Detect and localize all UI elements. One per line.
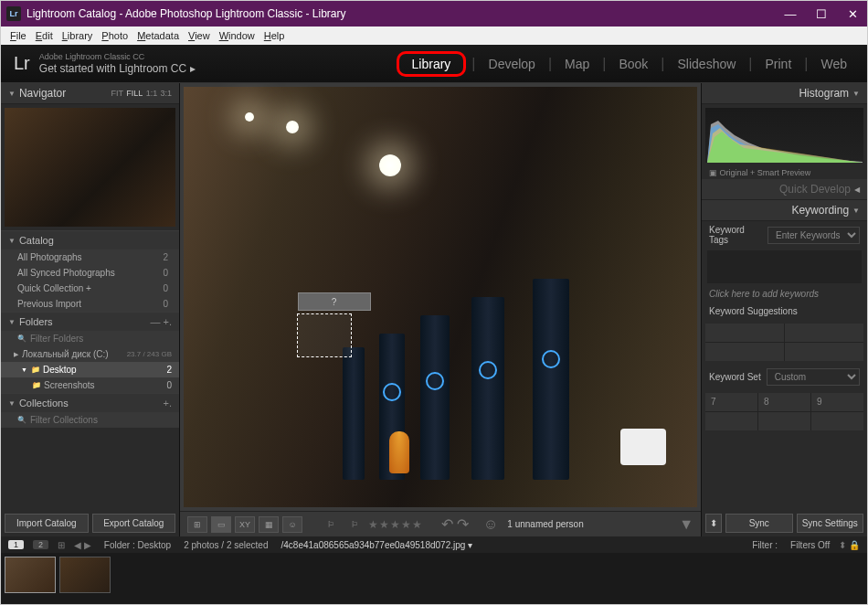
catalog-prev-import[interactable]: Previous Import0 bbox=[1, 296, 179, 312]
monitor-2[interactable]: 2 bbox=[33, 540, 48, 549]
nav-3-1[interactable]: 3:1 bbox=[160, 89, 172, 98]
get-started-link[interactable]: Get started with Lightroom CC ▸ bbox=[39, 62, 196, 75]
module-book[interactable]: Book bbox=[611, 53, 655, 75]
menu-window[interactable]: Window bbox=[216, 28, 259, 43]
module-picker-bar: Lr Adobe Lightroom Classic CC Get starte… bbox=[1, 45, 867, 83]
nav-1-1[interactable]: 1:1 bbox=[146, 89, 158, 98]
folder-desktop[interactable]: ▼ 📁 Desktop 2 bbox=[1, 362, 179, 377]
grid-small-icon[interactable]: ⊞ bbox=[58, 540, 65, 550]
catalog-synced[interactable]: All Synced Photographs0 bbox=[1, 265, 179, 281]
chevron-left-icon: ◀ bbox=[854, 186, 860, 194]
folder-icon: 📁 bbox=[31, 366, 40, 374]
menu-photo[interactable]: Photo bbox=[98, 28, 132, 43]
nav-fit[interactable]: FIT bbox=[111, 89, 123, 98]
module-web[interactable]: Web bbox=[813, 53, 854, 75]
collections-title: Collections bbox=[19, 398, 69, 409]
menu-bar: File Edit Library Photo Metadata View Wi… bbox=[1, 27, 867, 45]
filmstrip: 1 2 ⊞ ◀ ▶ Folder : Desktop 2 photos / 2 … bbox=[1, 536, 867, 604]
folders-header[interactable]: ▼ Folders — +. bbox=[1, 312, 179, 331]
sync-settings-button[interactable]: Sync Settings bbox=[797, 514, 864, 533]
menu-library[interactable]: Library bbox=[58, 28, 97, 43]
catalog-header[interactable]: ▼ Catalog bbox=[1, 230, 179, 249]
main-image-view[interactable]: ? bbox=[180, 83, 701, 511]
selection-count: 2 photos / 2 selected bbox=[184, 540, 268, 550]
module-print[interactable]: Print bbox=[758, 53, 799, 75]
minimize-button[interactable]: — bbox=[781, 5, 799, 23]
right-panel: Histogram ▼ ▣ Original + Smart Preview Q… bbox=[701, 83, 867, 536]
folders-add-icon[interactable]: — +. bbox=[150, 316, 172, 327]
module-library[interactable]: Library bbox=[405, 53, 459, 75]
import-catalog-button[interactable]: Import Catalog bbox=[5, 514, 89, 533]
collections-header[interactable]: ▼ Collections +. bbox=[1, 393, 179, 412]
sync-button[interactable]: Sync bbox=[725, 514, 793, 533]
face-tag-icon[interactable]: ☺ bbox=[483, 516, 498, 533]
menu-metadata[interactable]: Metadata bbox=[133, 28, 183, 43]
catalog-all-photos[interactable]: All Photographs2 bbox=[1, 249, 179, 265]
catalog-quick[interactable]: Quick Collection +0 bbox=[1, 281, 179, 296]
histogram-header[interactable]: Histogram ▼ bbox=[702, 83, 867, 104]
search-icon: 🔍 bbox=[17, 416, 26, 424]
menu-help[interactable]: Help bbox=[260, 28, 289, 43]
histogram-title: Histogram bbox=[799, 87, 849, 100]
keyword-suggestions-label: Keyword Suggestions bbox=[702, 302, 867, 320]
export-catalog-button[interactable]: Export Catalog bbox=[92, 514, 176, 533]
maximize-button[interactable]: ☐ bbox=[812, 5, 831, 23]
folders-title: Folders bbox=[19, 316, 53, 327]
sync-toggle-icon[interactable]: ⬍ bbox=[705, 514, 722, 533]
flag-pick-icon[interactable]: ⚐ bbox=[321, 516, 341, 533]
keywording-header[interactable]: Keywording ▼ bbox=[702, 200, 867, 221]
keyword-set-select[interactable]: Custom bbox=[767, 368, 860, 386]
app-logo: Lr bbox=[14, 53, 30, 74]
navigator-preview[interactable] bbox=[5, 108, 175, 227]
keyword-set-grid: 7 8 9 bbox=[705, 393, 863, 430]
menu-view[interactable]: View bbox=[185, 28, 214, 43]
app-icon: Lr bbox=[6, 6, 21, 21]
module-develop[interactable]: Develop bbox=[482, 53, 543, 75]
keyword-set-label: Keyword Set bbox=[709, 372, 761, 382]
survey-view-icon[interactable]: ▦ bbox=[259, 516, 279, 533]
folder-disk[interactable]: ▶ Локальный диск (C:) 23.7 / 243 GB bbox=[1, 346, 179, 362]
filter-lock-icon[interactable]: ⬍ 🔒 bbox=[839, 540, 860, 550]
nav-back-icon[interactable]: ◀ ▶ bbox=[74, 540, 91, 550]
thumbnail-2[interactable] bbox=[59, 557, 111, 593]
folder-icon: 📁 bbox=[32, 381, 41, 389]
loupe-view-icon[interactable]: ▭ bbox=[211, 516, 231, 533]
face-tooltip[interactable]: ? bbox=[298, 292, 371, 311]
filters-off[interactable]: Filters Off bbox=[790, 540, 830, 550]
module-slideshow[interactable]: Slideshow bbox=[671, 53, 744, 75]
collections-add-icon[interactable]: +. bbox=[164, 398, 172, 409]
toolbar-menu-icon[interactable]: ▼ bbox=[679, 516, 693, 533]
thumbnail-1[interactable] bbox=[5, 557, 56, 593]
chevron-down-icon: ▼ bbox=[21, 366, 27, 373]
flag-reject-icon[interactable]: ⚐ bbox=[344, 516, 365, 533]
quick-develop-header[interactable]: Quick Develop ◀ bbox=[702, 179, 867, 200]
module-map[interactable]: Map bbox=[557, 53, 597, 75]
keyword-tags-select[interactable]: Enter Keywords bbox=[767, 227, 860, 244]
histogram-label: ▣ Original + Smart Preview bbox=[702, 166, 867, 179]
brand-subtitle: Adobe Lightroom Classic CC bbox=[39, 52, 196, 62]
unnamed-person-label[interactable]: 1 unnamed person bbox=[507, 519, 583, 529]
menu-file[interactable]: File bbox=[6, 28, 30, 43]
folder-screenshots[interactable]: 📁 Screenshots 0 bbox=[1, 377, 179, 393]
nav-fill[interactable]: FILL bbox=[126, 89, 143, 98]
quick-develop-title: Quick Develop bbox=[779, 183, 851, 196]
face-detection-box[interactable]: ? bbox=[297, 313, 352, 357]
current-filename: /4c8e41a086565a934b77ee0a49518d072.jpg ▾ bbox=[281, 540, 472, 550]
left-panel: ▼ Navigator FIT FILL 1:1 3:1 ▼ Catalog A… bbox=[1, 83, 180, 536]
close-button[interactable]: ✕ bbox=[843, 5, 862, 23]
add-keywords-placeholder[interactable]: Click here to add keywords bbox=[702, 285, 867, 302]
rotate-left-icon[interactable]: ↶ bbox=[441, 515, 453, 533]
filter-folders[interactable]: 🔍 Filter Folders bbox=[1, 331, 179, 346]
navigator-title: Navigator bbox=[19, 87, 66, 100]
filter-collections[interactable]: 🔍 Filter Collections bbox=[1, 412, 179, 428]
navigator-header[interactable]: ▼ Navigator FIT FILL 1:1 3:1 bbox=[1, 83, 179, 104]
folder-breadcrumb[interactable]: Folder : Desktop bbox=[104, 540, 171, 550]
monitor-1[interactable]: 1 bbox=[8, 540, 24, 549]
menu-edit[interactable]: Edit bbox=[32, 28, 57, 43]
histogram-view[interactable] bbox=[705, 108, 863, 163]
rotate-right-icon[interactable]: ↷ bbox=[457, 515, 469, 533]
star-rating[interactable]: ★★★★★ bbox=[368, 518, 423, 531]
grid-view-icon[interactable]: ⊞ bbox=[187, 516, 207, 533]
people-view-icon[interactable]: ☺ bbox=[282, 516, 302, 533]
compare-view-icon[interactable]: XY bbox=[235, 516, 255, 533]
